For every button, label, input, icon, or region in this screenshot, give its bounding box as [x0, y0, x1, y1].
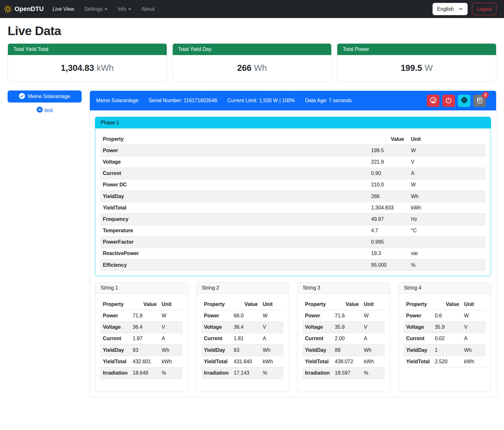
value-cell: 95.000: [369, 259, 407, 271]
col-value: Value: [369, 134, 407, 145]
inverter-button-test[interactable]: test: [8, 107, 82, 114]
property-cell: Voltage: [404, 321, 432, 333]
unit-cell: A: [260, 333, 283, 344]
table-row: Voltage36.4V: [202, 321, 284, 333]
table-row: Temperature4.7°C: [100, 225, 486, 236]
property-cell: Power: [202, 310, 231, 321]
logout-button[interactable]: Logout: [472, 3, 496, 15]
table-row: Power71.8W: [100, 310, 183, 321]
value-cell: 35.9: [432, 321, 462, 333]
unit-cell: W: [159, 310, 182, 321]
value-cell: 19.3: [369, 248, 407, 259]
property-cell: Current: [404, 333, 432, 344]
unit-cell: A: [462, 333, 486, 344]
table-row: Voltage35.9V: [302, 321, 385, 333]
nav-item-label: Settings: [84, 6, 103, 12]
property-cell: Current: [100, 168, 369, 179]
property-cell: Temperature: [100, 225, 369, 236]
phase-table: Property Value Unit Power199.5WVoltage22…: [100, 134, 486, 271]
card-title: Total Yield Total: [8, 44, 167, 55]
inverter-limit: Current Limit: 1,500 W | 100%: [227, 98, 295, 103]
nav-item-label: Live View: [53, 6, 74, 12]
strings-row: String 1 Property Value Unit Power71.8WV…: [95, 282, 491, 392]
col-property: Property: [302, 299, 332, 310]
table-row: YieldDay1Wh: [404, 345, 486, 356]
value-cell: 210.0: [369, 179, 407, 190]
string-title: String 4: [399, 283, 491, 294]
inverter-button-selected[interactable]: Meine Solaranlage: [8, 90, 82, 103]
property-cell: YieldDay: [100, 190, 369, 202]
phase-title: Phase 1: [95, 117, 491, 128]
property-cell: Power: [100, 310, 130, 321]
table-row: Efficiency95.000%: [100, 259, 486, 271]
unit-cell: Wh: [462, 345, 486, 356]
nav-item-settings[interactable]: Settings: [84, 6, 108, 12]
journal-text-icon: [476, 97, 483, 105]
nav-item-label: Info: [118, 6, 126, 12]
table-row: Power DC210.0W: [100, 179, 486, 190]
value-cell: 2.00: [332, 333, 361, 344]
total-power-card: Total Power 199.5W: [337, 43, 496, 82]
unit-cell: %: [407, 259, 486, 271]
unit-cell: V: [260, 321, 283, 333]
limit-settings-button[interactable]: [427, 95, 439, 107]
string-table: Property Value Unit Power71.8WVoltage36.…: [100, 299, 183, 379]
property-cell: YieldTotal: [100, 356, 130, 367]
device-info-button[interactable]: [458, 95, 470, 107]
unit-cell: A: [159, 333, 182, 344]
event-log-button[interactable]: 2: [473, 95, 486, 107]
unit-cell: W: [361, 310, 384, 321]
brand[interactable]: OpenDTU: [4, 5, 44, 13]
table-row: Irradiation18.597%: [302, 367, 385, 379]
unit-cell: %: [159, 367, 182, 379]
property-cell: Frequency: [100, 214, 369, 225]
value-cell: 1.97: [130, 333, 159, 344]
value-cell: 2.520: [432, 356, 462, 367]
total-yield-total-card: Total Yield Total 1,304.83kWh: [8, 43, 167, 82]
nav-item-about[interactable]: About: [141, 6, 155, 12]
nav-item-info[interactable]: Info: [118, 6, 131, 12]
string-table: Property Value Unit Power71.6WVoltage35.…: [302, 299, 385, 379]
table-row: Power66.0W: [202, 310, 284, 321]
language-select[interactable]: English: [432, 3, 468, 15]
value-cell: 89: [332, 345, 361, 356]
property-cell: Efficiency: [100, 259, 369, 271]
nav-item-live-view[interactable]: Live View: [53, 6, 74, 12]
col-unit: Unit: [260, 299, 283, 310]
property-cell: YieldDay: [100, 345, 130, 356]
property-cell: YieldTotal: [404, 356, 432, 367]
unit-cell: %: [260, 367, 283, 379]
event-count-badge: 2: [482, 92, 489, 98]
table-row: Current0.90A: [100, 168, 486, 179]
table-header-row: Property Value Unit: [404, 299, 486, 310]
col-value: Value: [231, 299, 260, 310]
string-1-panel: String 1 Property Value Unit Power71.8WV…: [95, 282, 188, 392]
unit-cell: V: [159, 321, 182, 333]
table-row: Power199.5W: [100, 145, 486, 156]
table-row: Irradiation17.143%: [202, 367, 284, 379]
table-row: YieldTotal2.520kWh: [404, 356, 486, 367]
value-cell: 66.0: [231, 310, 260, 321]
col-unit: Unit: [407, 134, 486, 145]
nav-links: Live View Settings Info About: [53, 6, 432, 12]
unit-cell: %: [361, 367, 384, 379]
value-cell: 431.640: [231, 356, 260, 367]
total-yield-day-card: Total Yield Day 266Wh: [172, 43, 332, 82]
value-cell: 438.072: [332, 356, 361, 367]
power-settings-button[interactable]: [442, 95, 455, 107]
nav-item-label: About: [141, 6, 155, 12]
col-property: Property: [100, 299, 130, 310]
col-unit: Unit: [462, 299, 486, 310]
total-power-value: 199.5: [401, 63, 422, 73]
language-value: English: [437, 6, 454, 12]
value-cell: 1,304.833: [369, 202, 407, 214]
table-row: Current1.97A: [100, 333, 183, 344]
total-power-unit: W: [425, 63, 432, 73]
property-cell: YieldTotal: [302, 356, 332, 367]
inverter-button-label: test: [45, 108, 53, 113]
property-cell: YieldDay: [404, 345, 432, 356]
col-value: Value: [130, 299, 159, 310]
check-circle-icon: [19, 93, 25, 100]
inverter-data-age: Data Age: 7 seconds: [305, 98, 352, 103]
string-title: String 2: [196, 283, 289, 294]
